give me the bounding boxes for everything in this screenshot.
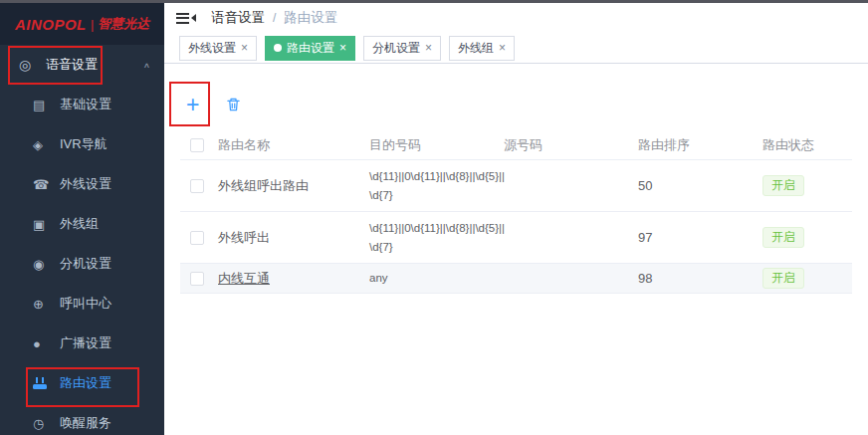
stack-icon: ▤ bbox=[33, 98, 50, 112]
sidebar-item-trunk-settings[interactable]: ☎ 外线设置 bbox=[0, 164, 164, 204]
sidebar-item-label: 外线组 bbox=[60, 215, 99, 233]
hamburger-arrow bbox=[191, 14, 196, 22]
tab-label: 分机设置 bbox=[372, 40, 420, 57]
sidebar-item-voice-settings[interactable]: ◎ 语音设置 ∧ bbox=[0, 45, 164, 85]
sidebar: AINOPOL | 智慧光达 ◎ 语音设置 ∧ ▤ 基础设置 ◈ IVR导航 ☎… bbox=[0, 3, 164, 435]
sidebar-item-label: 广播设置 bbox=[60, 334, 111, 352]
sidebar-item-label: 外线设置 bbox=[60, 175, 111, 193]
route-sort-cell: 98 bbox=[638, 271, 762, 286]
sidebar-item-label: 呼叫中心 bbox=[60, 295, 111, 313]
row-checkbox[interactable] bbox=[190, 179, 204, 193]
sidebar-item-route-settings[interactable]: 路由设置 bbox=[0, 363, 164, 403]
tab-route-settings[interactable]: 路由设置 × bbox=[265, 36, 355, 61]
tab-trunk-settings[interactable]: 外线设置 × bbox=[179, 36, 257, 61]
table-row: 外线呼出 \d{11}||0\d{11}||\d{8}||\d{5}|| \d{… bbox=[180, 212, 852, 264]
toolbar: + bbox=[180, 83, 852, 126]
sidebar-item-wakeup-service[interactable]: ◷ 唤醒服务 bbox=[0, 403, 164, 435]
trash-icon bbox=[226, 97, 241, 112]
column-header-dest: 目的号码 bbox=[369, 136, 504, 154]
row-checkbox[interactable] bbox=[190, 231, 204, 245]
route-sort-cell: 97 bbox=[638, 230, 762, 245]
column-header-sort: 路由排序 bbox=[638, 136, 762, 154]
status-badge: 开启 bbox=[762, 268, 804, 289]
hamburger-lines bbox=[176, 13, 189, 24]
tag-view-bar: 外线设置 × 路由设置 × 分机设置 × 外线组 × bbox=[164, 33, 868, 64]
table-header-row: 路由名称 目的号码 源号码 路由排序 路由状态 bbox=[180, 131, 852, 160]
active-dot-icon bbox=[274, 44, 282, 52]
sidebar-parent-label: 语音设置 bbox=[46, 56, 98, 74]
main-area: 语音设置 / 路由设置 外线设置 × 路由设置 × 分机设置 × 外线组 × bbox=[164, 3, 868, 435]
content-panel: + 路由名称 目的号码 源号码 路由排序 路由状态 bbox=[164, 83, 868, 294]
destination-number-cell: any bbox=[369, 269, 504, 288]
table-row: 外线组呼出路由 \d{11}||0\d{11}||\d{8}||\d{5}|| … bbox=[180, 160, 852, 212]
sidebar-item-base-settings[interactable]: ▤ 基础设置 bbox=[0, 85, 164, 124]
row-checkbox[interactable] bbox=[190, 272, 204, 286]
sidebar-item-label: 分机设置 bbox=[60, 255, 111, 273]
sidebar-item-label: 基础设置 bbox=[60, 96, 111, 113]
routes-table: 路由名称 目的号码 源号码 路由排序 路由状态 外线组呼出路由 \d{11}||… bbox=[180, 131, 852, 294]
destination-number-cell: \d{11}||0\d{11}||\d{8}||\d{5}|| \d{7} bbox=[369, 167, 504, 205]
shield-icon: ◈ bbox=[33, 137, 50, 152]
route-name-cell[interactable]: 内线互通 bbox=[218, 270, 369, 288]
sidebar-item-extension-settings[interactable]: ◉ 分机设置 bbox=[0, 244, 164, 284]
window-edge-strip bbox=[0, 0, 868, 3]
breadcrumb-current: 路由设置 bbox=[284, 9, 337, 27]
breadcrumb-root[interactable]: 语音设置 bbox=[211, 9, 265, 27]
breadcrumb-separator: / bbox=[273, 11, 276, 25]
route-name-cell: 外线呼出 bbox=[218, 229, 369, 247]
status-badge: 开启 bbox=[762, 227, 804, 248]
delete-button[interactable] bbox=[226, 97, 241, 112]
select-all-checkbox[interactable] bbox=[190, 138, 204, 152]
close-icon[interactable]: × bbox=[241, 42, 248, 54]
table-row: 内线互通 any 98 开启 bbox=[180, 264, 852, 294]
sidebar-submenu: ▤ 基础设置 ◈ IVR导航 ☎ 外线设置 ▣ 外线组 ◉ 分机设置 ⊕ 呼叫中… bbox=[0, 85, 164, 435]
status-badge: 开启 bbox=[762, 175, 804, 196]
router-icon bbox=[33, 377, 47, 389]
alarm-clock-icon: ◷ bbox=[33, 416, 50, 431]
logo-brand-cn: 智慧光达 bbox=[98, 15, 149, 33]
sidebar-collapse-icon[interactable] bbox=[176, 13, 196, 24]
tab-trunk-group[interactable]: 外线组 × bbox=[449, 36, 515, 61]
fisheye-icon: ◉ bbox=[33, 257, 50, 272]
sidebar-item-call-center[interactable]: ⊕ 呼叫中心 bbox=[0, 284, 164, 324]
destination-number-cell: \d{11}||0\d{11}||\d{8}||\d{5}|| \d{7} bbox=[369, 219, 504, 257]
tab-label: 外线设置 bbox=[188, 40, 236, 57]
sidebar-item-label: 路由设置 bbox=[60, 374, 111, 392]
circle-arrow-icon: ⊕ bbox=[33, 297, 50, 312]
add-route-button[interactable]: + bbox=[186, 95, 199, 114]
logo-brand-en: AINOPOL bbox=[15, 16, 87, 33]
close-icon[interactable]: × bbox=[339, 42, 346, 54]
column-header-source: 源号码 bbox=[504, 136, 638, 154]
chevron-up-icon: ∧ bbox=[143, 61, 150, 69]
navbar: 语音设置 / 路由设置 bbox=[164, 3, 868, 33]
tab-label: 路由设置 bbox=[287, 40, 334, 57]
sidebar-item-broadcast-settings[interactable]: ● 广播设置 bbox=[0, 324, 164, 363]
route-name-cell: 外线组呼出路由 bbox=[218, 177, 369, 195]
close-icon[interactable]: × bbox=[425, 42, 432, 54]
column-header-name: 路由名称 bbox=[218, 136, 369, 154]
route-sort-cell: 50 bbox=[638, 178, 762, 193]
sidebar-item-ivr-nav[interactable]: ◈ IVR导航 bbox=[0, 124, 164, 164]
voice-circle-icon: ◎ bbox=[19, 57, 36, 73]
sidebar-item-trunk-group[interactable]: ▣ 外线组 bbox=[0, 204, 164, 244]
tab-extension-settings[interactable]: 分机设置 × bbox=[363, 36, 441, 61]
logo-divider: | bbox=[91, 17, 94, 32]
breadcrumb: 语音设置 / 路由设置 bbox=[211, 9, 337, 27]
boxed-square-icon: ▣ bbox=[33, 217, 50, 232]
sidebar-item-label: IVR导航 bbox=[60, 135, 108, 153]
close-icon[interactable]: × bbox=[499, 42, 506, 54]
column-header-status: 路由状态 bbox=[762, 136, 852, 154]
phone-icon: ☎ bbox=[33, 177, 50, 192]
tab-label: 外线组 bbox=[458, 40, 494, 57]
app-logo: AINOPOL | 智慧光达 bbox=[0, 3, 164, 45]
dot-icon: ● bbox=[33, 336, 50, 351]
sidebar-item-label: 唤醒服务 bbox=[60, 414, 111, 432]
app-window: AINOPOL | 智慧光达 ◎ 语音设置 ∧ ▤ 基础设置 ◈ IVR导航 ☎… bbox=[0, 0, 868, 435]
